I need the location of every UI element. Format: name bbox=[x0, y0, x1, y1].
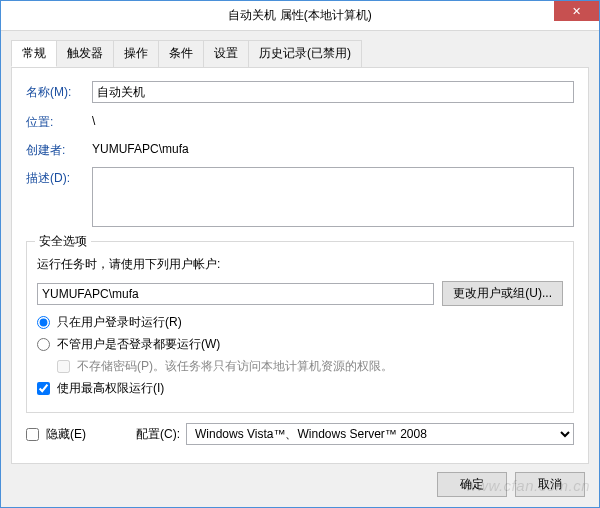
radio-logged-on-input[interactable] bbox=[37, 316, 50, 329]
content-area: 常规 触发器 操作 条件 设置 历史记录(已禁用) 名称(M): 位置: \ 创… bbox=[1, 31, 599, 507]
checkbox-hidden[interactable]: 隐藏(E) bbox=[26, 426, 86, 443]
runas-description: 运行任务时，请使用下列用户帐户: bbox=[37, 256, 563, 273]
radio-any-user[interactable]: 不管用户是否登录都要运行(W) bbox=[37, 336, 563, 353]
configure-for-label: 配置(C): bbox=[136, 426, 180, 443]
configure-for-select[interactable]: Windows Vista™、Windows Server™ 2008 bbox=[186, 423, 574, 445]
tab-conditions[interactable]: 条件 bbox=[158, 40, 204, 67]
close-icon: ✕ bbox=[572, 5, 581, 18]
tab-general[interactable]: 常规 bbox=[11, 40, 57, 67]
checkbox-highest-privileges-label: 使用最高权限运行(I) bbox=[57, 380, 164, 397]
checkbox-no-store-password-input bbox=[57, 360, 70, 373]
user-account-input bbox=[37, 283, 434, 305]
description-input[interactable] bbox=[92, 167, 574, 227]
window-title: 自动关机 属性(本地计算机) bbox=[1, 7, 599, 24]
radio-logged-on[interactable]: 只在用户登录时运行(R) bbox=[37, 314, 563, 331]
name-label: 名称(M): bbox=[26, 81, 92, 101]
location-value: \ bbox=[92, 111, 95, 128]
checkbox-no-store-password: 不存储密码(P)。该任务将只有访问本地计算机资源的权限。 bbox=[57, 358, 563, 375]
tab-triggers[interactable]: 触发器 bbox=[56, 40, 114, 67]
checkbox-hidden-label: 隐藏(E) bbox=[46, 426, 86, 443]
tab-strip: 常规 触发器 操作 条件 设置 历史记录(已禁用) bbox=[11, 40, 589, 68]
change-user-button[interactable]: 更改用户或组(U)... bbox=[442, 281, 563, 306]
name-input[interactable] bbox=[92, 81, 574, 103]
checkbox-no-store-password-label: 不存储密码(P)。该任务将只有访问本地计算机资源的权限。 bbox=[77, 358, 393, 375]
dialog-window: 自动关机 属性(本地计算机) ✕ 常规 触发器 操作 条件 设置 历史记录(已禁… bbox=[0, 0, 600, 508]
radio-any-user-label: 不管用户是否登录都要运行(W) bbox=[57, 336, 220, 353]
tab-actions[interactable]: 操作 bbox=[113, 40, 159, 67]
ok-button[interactable]: 确定 bbox=[437, 472, 507, 497]
checkbox-hidden-input[interactable] bbox=[26, 428, 39, 441]
radio-logged-on-label: 只在用户登录时运行(R) bbox=[57, 314, 182, 331]
tab-settings[interactable]: 设置 bbox=[203, 40, 249, 67]
tab-history[interactable]: 历史记录(已禁用) bbox=[248, 40, 362, 67]
titlebar: 自动关机 属性(本地计算机) ✕ bbox=[1, 1, 599, 31]
dialog-footer: 确定 取消 bbox=[11, 464, 589, 497]
description-label: 描述(D): bbox=[26, 167, 92, 187]
security-legend: 安全选项 bbox=[35, 233, 91, 250]
checkbox-highest-privileges[interactable]: 使用最高权限运行(I) bbox=[37, 380, 563, 397]
close-button[interactable]: ✕ bbox=[554, 1, 599, 21]
cancel-button[interactable]: 取消 bbox=[515, 472, 585, 497]
author-value: YUMUFAPC\mufa bbox=[92, 139, 189, 156]
author-label: 创建者: bbox=[26, 139, 92, 159]
location-label: 位置: bbox=[26, 111, 92, 131]
security-options-group: 安全选项 运行任务时，请使用下列用户帐户: 更改用户或组(U)... 只在用户登… bbox=[26, 241, 574, 413]
general-panel: 名称(M): 位置: \ 创建者: YUMUFAPC\mufa 描述(D): 安… bbox=[11, 67, 589, 464]
radio-any-user-input[interactable] bbox=[37, 338, 50, 351]
checkbox-highest-privileges-input[interactable] bbox=[37, 382, 50, 395]
